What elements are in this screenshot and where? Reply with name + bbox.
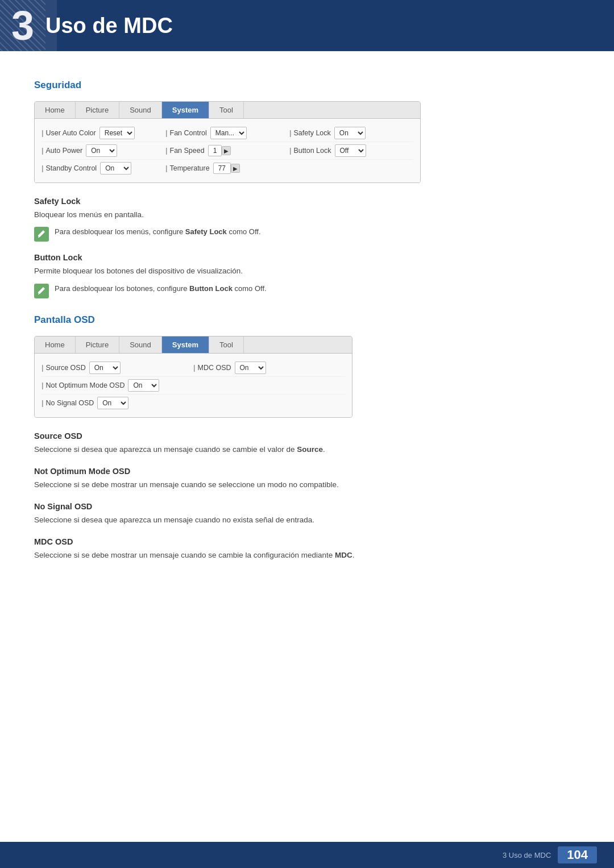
col-button-lock: Button Lock Off <box>289 144 413 157</box>
select-source-osd[interactable]: On <box>89 362 121 374</box>
osd-body: Source OSD On MDC OSD On Not Optimum Mod… <box>35 354 352 417</box>
select-auto-power[interactable]: On <box>86 144 117 157</box>
page-footer: 3 Uso de MDC 104 <box>0 842 614 868</box>
tab-system-seg[interactable]: System <box>162 102 209 118</box>
value-temperature: 77 <box>213 163 231 174</box>
tab-sound-seg[interactable]: Sound <box>119 102 162 118</box>
button-lock-note-text: Para desbloquear los botones, configure … <box>55 283 267 294</box>
no-signal-body: Seleccione si desea que aparezca un mens… <box>34 514 580 526</box>
source-osd-body: Seleccione si desea que aparezca un mens… <box>34 444 580 455</box>
seguridad-body: User Auto Color Reset Fan Control Man...… <box>35 119 420 182</box>
chapter-title: Uso de MDC <box>45 14 173 38</box>
select-standby-control[interactable]: On <box>100 162 131 175</box>
chapter-number: 3 <box>11 5 34 46</box>
select-no-signal[interactable]: On <box>97 397 128 409</box>
select-fan-control[interactable]: Man... <box>210 127 247 139</box>
label-auto-power: Auto Power <box>42 147 82 155</box>
safety-lock-body: Bloquear los menús en pantalla. <box>34 209 580 221</box>
source-osd-heading: Source OSD <box>34 431 580 441</box>
select-not-optimum[interactable]: On <box>128 379 159 392</box>
table-row: Not Optimum Mode OSD On <box>42 377 345 394</box>
table-row: User Auto Color Reset Fan Control Man...… <box>42 124 413 142</box>
label-mdc-osd: MDC OSD <box>193 364 231 372</box>
tab-home-osd[interactable]: Home <box>35 337 76 353</box>
seguridad-tabs: Home Picture Sound System Tool <box>35 102 420 119</box>
col-standby-control: Standby Control On <box>42 162 165 175</box>
tab-home-seg[interactable]: Home <box>35 102 76 118</box>
col-fan-speed: Fan Speed 1 ▶ <box>165 145 289 156</box>
seguridad-heading: Seguridad <box>34 80 580 91</box>
table-row: Standby Control On Temperature 77 ▶ <box>42 160 413 177</box>
mdc-osd-heading: MDC OSD <box>34 537 580 546</box>
temperature-arrow[interactable]: ▶ <box>231 164 240 173</box>
page-header: 3 Uso de MDC <box>0 0 614 51</box>
label-standby-control: Standby Control <box>42 164 97 172</box>
note-icon-2 <box>34 284 49 298</box>
button-lock-heading: Button Lock <box>34 253 580 262</box>
select-mdc-osd[interactable]: On <box>235 362 266 374</box>
note-icon <box>34 227 49 242</box>
col-mdc-osd: MDC OSD On <box>193 362 345 374</box>
col-fan-control: Fan Control Man... <box>165 127 289 139</box>
table-row: Auto Power On Fan Speed 1 ▶ Button Lock … <box>42 142 413 160</box>
select-button-lock[interactable]: Off <box>335 144 366 157</box>
label-fan-control: Fan Control <box>165 129 207 137</box>
button-lock-note: Para desbloquear los botones, configure … <box>34 283 580 298</box>
table-row: Source OSD On MDC OSD On <box>42 359 345 377</box>
label-fan-speed: Fan Speed <box>165 147 205 155</box>
select-reset[interactable]: Reset <box>99 127 135 139</box>
no-signal-heading: No Signal OSD <box>34 502 580 511</box>
tab-system-osd[interactable]: System <box>162 337 209 353</box>
pencil-icon-2 <box>37 286 46 296</box>
page-number: 104 <box>558 846 597 863</box>
label-no-signal: No Signal OSD <box>42 399 94 407</box>
fan-speed-arrow[interactable]: ▶ <box>222 146 231 155</box>
label-safety-lock: Safety Lock <box>289 129 331 137</box>
col-temperature: Temperature 77 ▶ <box>165 163 289 174</box>
tab-picture-osd[interactable]: Picture <box>76 337 119 353</box>
not-optimum-body: Seleccione si se debe mostrar un mensaje… <box>34 479 580 491</box>
pencil-icon <box>37 230 46 239</box>
not-optimum-heading: Not Optimum Mode OSD <box>34 467 580 476</box>
tab-tool-seg[interactable]: Tool <box>209 102 244 118</box>
table-row: No Signal OSD On <box>42 394 345 412</box>
select-safety-lock[interactable]: On <box>334 127 366 139</box>
col-not-optimum: Not Optimum Mode OSD On <box>42 379 193 392</box>
tab-tool-osd[interactable]: Tool <box>209 337 244 353</box>
col-user-auto-color: User Auto Color Reset <box>42 127 165 139</box>
pantalla-osd-panel: Home Picture Sound System Tool Source OS… <box>34 336 352 418</box>
mdc-osd-body: Seleccione si se debe mostrar un mensaje… <box>34 550 580 561</box>
label-button-lock: Button Lock <box>289 147 331 155</box>
safety-lock-note: Para desbloquear los menús, configure Sa… <box>34 226 580 242</box>
pantalla-osd-heading: Pantalla OSD <box>34 314 580 326</box>
tab-sound-osd[interactable]: Sound <box>119 337 162 353</box>
value-fan-speed: 1 <box>208 145 222 156</box>
col-auto-power: Auto Power On <box>42 144 165 157</box>
label-not-optimum: Not Optimum Mode OSD <box>42 381 125 389</box>
tab-picture-seg[interactable]: Picture <box>76 102 119 118</box>
footer-text: 3 Uso de MDC <box>503 851 551 859</box>
label-source-osd: Source OSD <box>42 364 86 372</box>
col-no-signal: No Signal OSD On <box>42 397 193 409</box>
label-user-auto-color: User Auto Color <box>42 129 96 137</box>
col-source-osd: Source OSD On <box>42 362 193 374</box>
label-temperature: Temperature <box>165 164 210 172</box>
col-safety-lock: Safety Lock On <box>289 127 413 139</box>
osd-tabs: Home Picture Sound System Tool <box>35 337 352 354</box>
button-lock-body: Permite bloquear los botones del disposi… <box>34 265 580 277</box>
safety-lock-note-text: Para desbloquear los menús, configure Sa… <box>55 226 261 238</box>
safety-lock-heading: Safety Lock <box>34 197 580 206</box>
seguridad-panel: Home Picture Sound System Tool User Auto… <box>34 101 421 183</box>
main-content: Seguridad Home Picture Sound System Tool… <box>0 51 614 589</box>
